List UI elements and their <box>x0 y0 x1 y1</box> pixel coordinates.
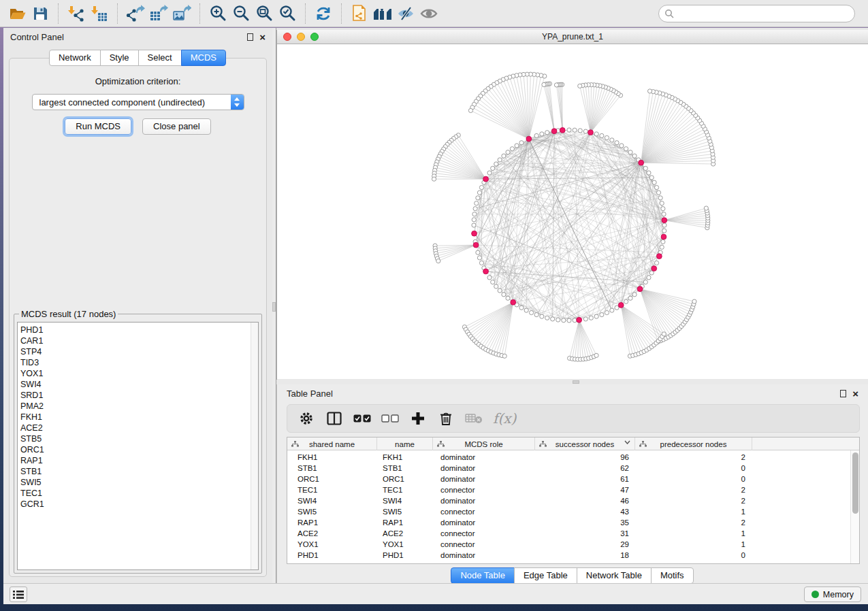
apply-layout-icon[interactable] <box>312 3 335 24</box>
mcds-result-item[interactable]: SWI4 <box>20 379 258 390</box>
table-cell: SWI4 <box>287 495 377 506</box>
mcds-result-item[interactable]: TID3 <box>20 357 258 368</box>
table-cell: 2 <box>635 452 752 463</box>
table-row[interactable]: STB1STB1dominator620 <box>287 463 859 474</box>
scrollbar-thumb[interactable] <box>852 452 858 514</box>
mcds-result-item[interactable]: CAR1 <box>20 335 258 346</box>
mcds-result-item[interactable]: STB1 <box>20 466 258 477</box>
task-history-button[interactable] <box>10 587 27 602</box>
export-image-icon[interactable] <box>170 3 193 24</box>
column-header-predecessor-nodes[interactable]: predecessor nodes <box>635 437 752 450</box>
mcds-result-item[interactable]: GCR1 <box>20 499 258 510</box>
import-network-icon[interactable] <box>65 3 88 24</box>
export-table-icon[interactable] <box>147 3 170 24</box>
column-header-mcds-role[interactable]: MCDS role <box>433 437 535 450</box>
tab-network[interactable]: Network <box>49 50 101 66</box>
network-graph[interactable] <box>277 44 868 379</box>
tab-motifs[interactable]: Motifs <box>651 567 694 584</box>
network-from-document-icon[interactable] <box>348 3 371 24</box>
table-cell: RAP1 <box>377 517 433 528</box>
table-row[interactable]: ACE2ACE2connector311 <box>287 528 859 539</box>
table-scrollbar[interactable] <box>850 450 859 563</box>
mcds-result-item[interactable]: YOX1 <box>20 368 258 379</box>
delete-icon[interactable] <box>437 410 455 427</box>
first-neighbors-icon[interactable] <box>371 3 394 24</box>
tab-node-table[interactable]: Node Table <box>451 567 515 584</box>
mcds-result-item[interactable]: STB5 <box>20 433 258 444</box>
import-table-icon[interactable] <box>88 3 111 24</box>
table-cell: dominator <box>433 463 535 474</box>
optimization-criterion-select[interactable]: largest connected component (undirected) <box>32 94 244 110</box>
column-header-shared-name[interactable]: shared name <box>287 437 377 450</box>
export-network-icon[interactable] <box>124 3 147 24</box>
table-cell <box>752 495 859 506</box>
mcds-result-item[interactable]: STP4 <box>20 346 258 357</box>
table-row[interactable]: PHD1PHD1dominator180 <box>287 550 859 561</box>
table-row[interactable]: SWI4SWI4dominator462 <box>287 495 859 506</box>
mcds-result-item[interactable]: FKH1 <box>20 412 258 423</box>
search-input[interactable] <box>675 7 854 20</box>
mcds-result-item[interactable]: SWI5 <box>20 477 258 488</box>
select-all-icon[interactable] <box>353 410 371 427</box>
delete-table-icon[interactable] <box>465 410 483 427</box>
close-panel-icon[interactable]: × <box>852 390 858 397</box>
close-panel-button[interactable]: Close panel <box>142 118 211 135</box>
mcds-result-item[interactable]: ACE2 <box>20 423 258 433</box>
run-mcds-button[interactable]: Run MCDS <box>65 118 131 135</box>
column-header-name[interactable]: name <box>377 437 433 450</box>
mcds-result-item[interactable]: TEC1 <box>20 488 258 499</box>
memory-label: Memory <box>823 590 854 599</box>
table-cell: 2 <box>635 495 752 506</box>
zoom-selected-icon[interactable] <box>276 3 299 24</box>
tab-edge-table[interactable]: Edge Table <box>514 567 577 584</box>
minimize-window-icon[interactable] <box>297 33 305 41</box>
zoom-out-icon[interactable] <box>229 3 253 24</box>
mcds-result-item[interactable]: PHD1 <box>20 325 258 335</box>
hide-selected-icon[interactable] <box>394 3 417 24</box>
splitter-grip[interactable] <box>573 380 579 384</box>
show-all-icon[interactable] <box>417 3 440 24</box>
table-cell: 61 <box>535 474 635 484</box>
split-columns-icon[interactable] <box>325 410 343 427</box>
open-file-icon[interactable] <box>5 3 29 24</box>
horizontal-splitter[interactable] <box>276 380 868 384</box>
table-row[interactable]: TEC1TEC1connector472 <box>287 484 859 495</box>
mcds-result-item[interactable]: RAP1 <box>20 455 258 466</box>
table-cell: ORC1 <box>287 474 377 484</box>
mcds-result-item[interactable]: SRD1 <box>20 390 258 401</box>
add-icon[interactable] <box>409 410 427 427</box>
select-stepper-icon <box>231 95 244 110</box>
network-canvas[interactable] <box>277 44 868 379</box>
save-session-icon[interactable] <box>29 3 52 24</box>
tab-mcds[interactable]: MCDS <box>181 50 226 66</box>
table-row[interactable]: RAP1RAP1dominator352 <box>287 517 859 528</box>
table-row[interactable]: SWI5SWI5connector431 <box>287 506 859 517</box>
float-panel-icon[interactable] <box>840 390 846 397</box>
zoom-fit-icon[interactable] <box>253 3 276 24</box>
close-window-icon[interactable] <box>283 33 291 41</box>
close-panel-icon[interactable]: × <box>259 33 266 41</box>
tab-network-table[interactable]: Network Table <box>577 567 652 584</box>
maximize-window-icon[interactable] <box>310 33 319 41</box>
splitter-grip[interactable] <box>272 302 276 312</box>
list-scrollbar[interactable] <box>251 323 258 569</box>
deselect-all-icon[interactable] <box>381 410 399 427</box>
float-panel-icon[interactable] <box>247 33 253 41</box>
memory-button[interactable]: Memory <box>804 587 861 602</box>
optimization-criterion-label: Optimization criterion: <box>10 76 266 86</box>
column-header-successor-nodes[interactable]: successor nodes <box>535 437 635 450</box>
table-row[interactable]: FKH1FKH1dominator962 <box>287 452 859 463</box>
zoom-in-icon[interactable] <box>206 3 229 24</box>
tab-style[interactable]: Style <box>100 50 139 66</box>
function-builder-icon[interactable]: f(x) <box>493 410 516 427</box>
mcds-result-item[interactable]: PMA2 <box>20 401 258 412</box>
table-cell: SWI5 <box>287 506 377 517</box>
gear-icon[interactable] <box>298 410 315 427</box>
mcds-result-item[interactable]: ORC1 <box>20 444 258 455</box>
tab-select[interactable]: Select <box>138 50 182 66</box>
table-row[interactable]: YOX1YOX1connector291 <box>287 539 859 550</box>
table-row[interactable]: ORC1ORC1dominator610 <box>287 474 859 484</box>
table-cell <box>752 550 859 561</box>
table-panel-titlebar: Table Panel × <box>277 384 868 402</box>
table-cell: SWI5 <box>377 506 433 517</box>
